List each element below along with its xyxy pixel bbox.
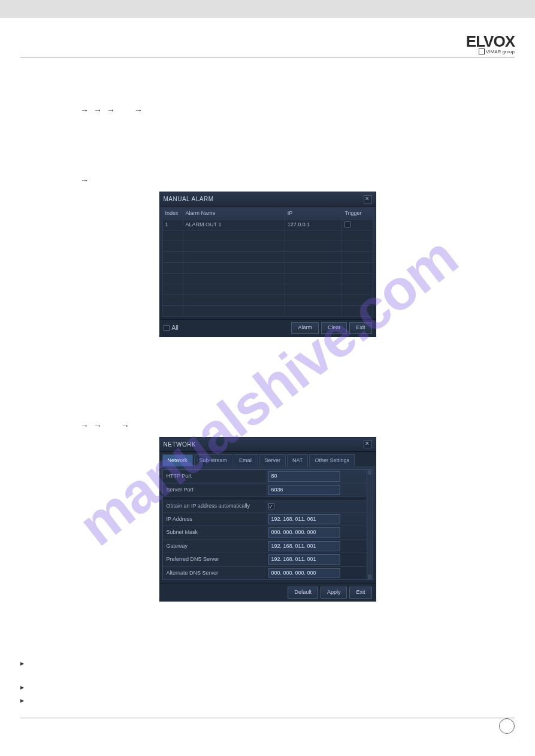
row-ip-address: IP Address 192. 168. 011. 061 xyxy=(163,513,367,527)
network-fields: HTTP Port 80 Server Port 6036 Obtain an … xyxy=(162,469,367,580)
breadcrumb-2: → xyxy=(20,174,515,187)
arrow-icon: → xyxy=(80,104,89,117)
exit-button[interactable]: Exit xyxy=(349,322,371,334)
dialog-footer: All Alarm Clear Exit xyxy=(160,319,376,336)
arrow-icon: → xyxy=(80,420,89,432)
row-alternate-dns: Alternate DNS Server 000. 000. 000. 000 xyxy=(163,567,367,580)
alarm-table: Index Alarm Name IP Trigger 1 ALARM OUT … xyxy=(162,208,373,317)
brand-logo: ELVOX VIMAR group xyxy=(466,35,515,54)
preferred-dns-input[interactable]: 192. 168. 011. 001 xyxy=(268,554,340,565)
row-http-port: HTTP Port 80 xyxy=(163,470,367,484)
table-row xyxy=(162,263,373,274)
label-gateway: Gateway xyxy=(163,541,266,552)
row-server-port: Server Port 6036 xyxy=(163,484,367,497)
trigger-checkbox[interactable] xyxy=(344,221,350,227)
row-gateway: Gateway 192. 168. 011. 001 xyxy=(163,540,367,554)
dialog-titlebar: MANUAL ALARM ✕ xyxy=(160,192,376,207)
server-port-input[interactable]: 6036 xyxy=(268,485,340,496)
brand-name: ELVOX xyxy=(466,35,515,48)
page: ELVOX VIMAR group manualshive.com → → → … xyxy=(0,18,535,736)
bullet-item: ▸ xyxy=(20,658,515,669)
gateway-input[interactable]: 192. 168. 011. 001 xyxy=(268,541,340,552)
table-row xyxy=(162,252,373,263)
cell-ip: 127.0.0.1 xyxy=(285,219,342,230)
http-port-input[interactable]: 80 xyxy=(268,471,340,482)
page-content: → → → → → MANUAL ALARM ✕ Index Alarm Nam… xyxy=(20,75,515,718)
clear-button[interactable]: Clear xyxy=(321,322,347,334)
cell-trigger xyxy=(342,219,373,230)
row-obtain-auto: Obtain an IP address automatically xyxy=(163,500,367,513)
row-preferred-dns: Preferred DNS Server 192. 168. 011. 001 xyxy=(163,553,367,567)
arrow-icon: → xyxy=(80,174,89,187)
manual-alarm-dialog: MANUAL ALARM ✕ Index Alarm Name IP Trigg… xyxy=(159,192,376,337)
dialog-title: MANUAL ALARM xyxy=(164,195,214,204)
obtain-auto-checkbox[interactable] xyxy=(268,503,274,509)
breadcrumb-1: → → → → xyxy=(20,104,515,117)
table-row xyxy=(162,230,373,241)
label-obtain-auto: Obtain an IP address automatically xyxy=(163,500,266,512)
table-header-row: Index Alarm Name IP Trigger xyxy=(162,208,373,220)
arrow-icon: → xyxy=(107,104,115,117)
document-top-bar xyxy=(0,0,535,18)
exit-button[interactable]: Exit xyxy=(349,587,371,599)
cell-index: 1 xyxy=(162,219,183,230)
close-icon[interactable]: ✕ xyxy=(364,440,372,448)
scrollbar[interactable] xyxy=(367,469,373,580)
network-dialog: NETWORK ✕ Network Sub-stream Email Serve… xyxy=(159,437,376,602)
col-index: Index xyxy=(162,208,183,220)
page-header: ELVOX VIMAR group xyxy=(20,24,515,57)
row-subnet-mask: Subnet Mask 000. 000. 000. 000 xyxy=(163,526,367,540)
arrow-icon: → xyxy=(93,104,102,117)
dialog-title: NETWORK xyxy=(164,440,197,449)
label-ip-address: IP Address xyxy=(163,514,266,526)
table-row[interactable]: 1 ALARM OUT 1 127.0.0.1 xyxy=(162,219,373,230)
arrow-icon: → xyxy=(93,420,102,432)
ip-address-input[interactable]: 192. 168. 011. 061 xyxy=(268,514,340,525)
apply-button[interactable]: Apply xyxy=(321,587,347,599)
table-row xyxy=(162,241,373,252)
tab-other-settings[interactable]: Other Settings xyxy=(309,454,355,467)
tab-server[interactable]: Server xyxy=(259,454,286,467)
bullet-item: ▸ xyxy=(20,695,515,706)
col-ip: IP xyxy=(285,208,342,220)
tab-nat[interactable]: NAT xyxy=(287,454,308,467)
arrow-icon: → xyxy=(121,420,129,432)
dialog-titlebar: NETWORK ✕ xyxy=(160,438,376,452)
bullet-item: ▸ xyxy=(20,682,515,693)
subnet-mask-input[interactable]: 000. 000. 000. 000 xyxy=(268,527,340,538)
page-number-circle xyxy=(499,718,515,734)
col-trigger: Trigger xyxy=(342,208,373,220)
label-preferred-dns: Preferred DNS Server xyxy=(163,554,266,566)
triangle-icon: ▸ xyxy=(20,658,24,669)
close-icon[interactable]: ✕ xyxy=(364,195,372,204)
label-http-port: HTTP Port xyxy=(163,470,266,482)
all-label: All xyxy=(172,323,179,332)
breadcrumb-3: → → → xyxy=(20,420,515,432)
alarm-grid-wrap: Index Alarm Name IP Trigger 1 ALARM OUT … xyxy=(160,207,376,319)
table-row xyxy=(162,295,373,306)
label-server-port: Server Port xyxy=(163,484,266,496)
col-alarm-name: Alarm Name xyxy=(183,208,285,220)
table-row xyxy=(162,284,373,295)
tab-strip: Network Sub-stream Email Server NAT Othe… xyxy=(160,452,376,467)
table-row xyxy=(162,274,373,284)
arrow-icon: → xyxy=(134,104,143,117)
triangle-icon: ▸ xyxy=(20,695,24,706)
network-body: HTTP Port 80 Server Port 6036 Obtain an … xyxy=(160,467,376,584)
label-subnet-mask: Subnet Mask xyxy=(163,527,266,539)
all-checkbox[interactable] xyxy=(164,325,170,331)
alternate-dns-input[interactable]: 000. 000. 000. 000 xyxy=(268,568,340,579)
dialog-footer: Default Apply Exit xyxy=(160,584,376,601)
cell-alarm-name: ALARM OUT 1 xyxy=(183,219,285,230)
tab-network[interactable]: Network xyxy=(162,454,193,467)
default-button[interactable]: Default xyxy=(288,587,318,599)
tab-email[interactable]: Email xyxy=(234,454,258,467)
footer-rule xyxy=(20,718,515,718)
alarm-button[interactable]: Alarm xyxy=(291,322,319,334)
label-alternate-dns: Alternate DNS Server xyxy=(163,567,266,579)
triangle-icon: ▸ xyxy=(20,682,24,693)
table-row xyxy=(162,306,373,317)
tab-substream[interactable]: Sub-stream xyxy=(194,454,233,467)
